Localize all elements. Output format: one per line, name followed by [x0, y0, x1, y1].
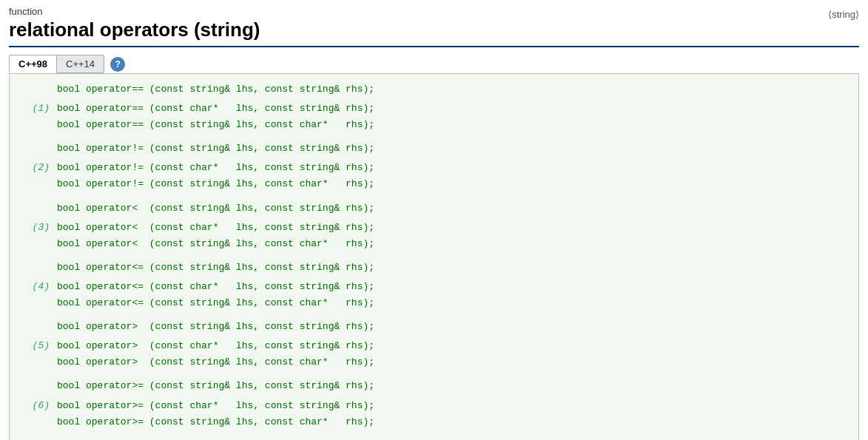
code-section-7: bool operator<= (const string& lhs, cons… — [20, 260, 848, 276]
code-line: bool operator<= (const char* lhs, const … — [57, 279, 848, 295]
tab-cpp98[interactable]: C++98 — [9, 55, 57, 73]
code-line: bool operator< (const char* lhs, const s… — [57, 220, 848, 236]
page-title: relational operators (string) — [9, 18, 859, 47]
help-icon[interactable]: ? — [110, 57, 125, 72]
code-section-10: (5) bool operator> (const char* lhs, con… — [20, 338, 848, 370]
code-box: bool operator== (const string& lhs, cons… — [9, 73, 859, 440]
code-lines-1: bool operator== (const char* lhs, const … — [57, 101, 848, 133]
code-number — [20, 81, 57, 98]
code-section-2: (1) bool operator== (const char* lhs, co… — [20, 101, 848, 133]
code-number-1: (1) — [20, 101, 57, 133]
code-lines-4: bool operator<= (const char* lhs, const … — [57, 279, 848, 311]
code-lines-6: bool operator>= (const char* lhs, const … — [57, 398, 848, 430]
code-line: bool operator>= (const char* lhs, const … — [57, 398, 848, 414]
code-number-5: (5) — [20, 338, 57, 370]
code-line: bool operator>= (const string& lhs, cons… — [57, 378, 848, 394]
top-right-tag: ⟨string⟩ — [828, 9, 859, 20]
code-line: bool operator>= (const string& lhs, cons… — [57, 414, 848, 430]
code-lines: bool operator!= (const string& lhs, cons… — [57, 141, 848, 157]
code-section-8: (4) bool operator<= (const char* lhs, co… — [20, 279, 848, 311]
code-section-9: bool operator> (const string& lhs, const… — [20, 319, 848, 335]
code-line: bool operator!= (const string& lhs, cons… — [57, 141, 848, 157]
code-lines-3: bool operator< (const char* lhs, const s… — [57, 220, 848, 252]
tab-cpp14[interactable]: C++14 — [57, 55, 104, 73]
page-wrapper: ⟨string⟩ function relational operators (… — [0, 0, 868, 440]
code-section-5: bool operator< (const string& lhs, const… — [20, 200, 848, 217]
code-line: bool operator== (const char* lhs, const … — [57, 101, 848, 117]
code-line: bool operator!= (const string& lhs, cons… — [57, 176, 848, 192]
code-line: bool operator< (const string& lhs, const… — [57, 236, 848, 252]
code-number-3: (3) — [20, 220, 57, 252]
code-number — [20, 260, 57, 276]
tabs-row: C++98 C++14 ? — [9, 55, 859, 73]
code-lines: bool operator< (const string& lhs, const… — [57, 200, 848, 217]
code-line: bool operator< (const string& lhs, const… — [57, 200, 848, 217]
code-lines: bool operator> (const string& lhs, const… — [57, 319, 848, 335]
code-lines-5: bool operator> (const char* lhs, const s… — [57, 338, 848, 370]
code-line: bool operator> (const char* lhs, const s… — [57, 338, 848, 354]
code-lines-2: bool operator!= (const char* lhs, const … — [57, 160, 848, 192]
code-number — [20, 141, 57, 157]
code-section-12: (6) bool operator>= (const char* lhs, co… — [20, 398, 848, 430]
code-section-1: bool operator== (const string& lhs, cons… — [20, 81, 848, 98]
code-number — [20, 319, 57, 335]
code-number-2: (2) — [20, 160, 57, 192]
code-line: bool operator<= (const string& lhs, cons… — [57, 260, 848, 276]
code-lines: bool operator== (const string& lhs, cons… — [57, 81, 848, 98]
code-number — [20, 200, 57, 217]
code-number-6: (6) — [20, 398, 57, 430]
code-section-6: (3) bool operator< (const char* lhs, con… — [20, 220, 848, 252]
code-line: bool operator== (const string& lhs, cons… — [57, 117, 848, 133]
code-line: bool operator<= (const string& lhs, cons… — [57, 295, 848, 311]
code-line: bool operator> (const string& lhs, const… — [57, 354, 848, 370]
code-line: bool operator> (const string& lhs, const… — [57, 319, 848, 335]
function-label: function — [9, 6, 859, 17]
code-line: bool operator== (const string& lhs, cons… — [57, 81, 848, 98]
code-number — [20, 378, 57, 394]
code-number-4: (4) — [20, 279, 57, 311]
code-lines: bool operator>= (const string& lhs, cons… — [57, 378, 848, 394]
code-line: bool operator!= (const char* lhs, const … — [57, 160, 848, 176]
code-lines: bool operator<= (const string& lhs, cons… — [57, 260, 848, 276]
code-section-11: bool operator>= (const string& lhs, cons… — [20, 378, 848, 394]
code-section-4: (2) bool operator!= (const char* lhs, co… — [20, 160, 848, 192]
code-section-3: bool operator!= (const string& lhs, cons… — [20, 141, 848, 157]
